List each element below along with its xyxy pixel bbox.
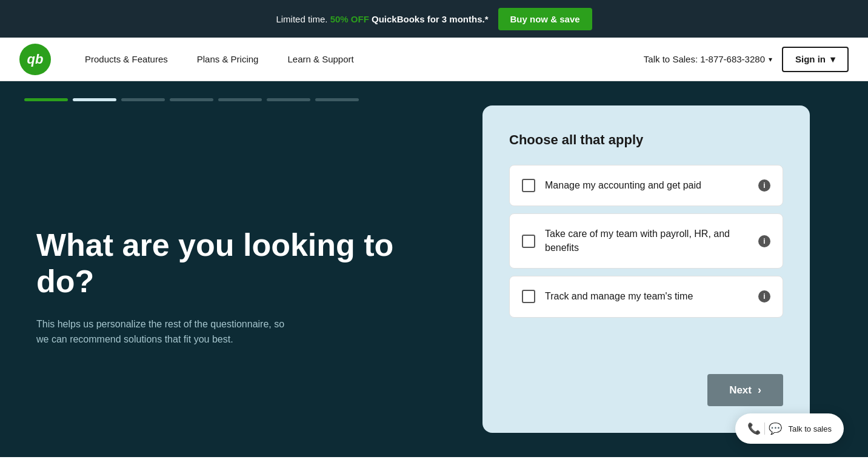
logo[interactable]: qb [19, 44, 51, 75]
main-heading: What are you looking to do? [36, 227, 412, 300]
banner-suffix: QuickBooks for 3 months.* [372, 14, 489, 24]
checkbox-2[interactable] [522, 235, 535, 248]
chat-icon: 💬 [769, 422, 782, 435]
talk-to-sales-float-label: Talk to sales [788, 424, 832, 433]
option-text-2: Take care of my team with payroll, HR, a… [545, 227, 749, 255]
phone-icon: 📞 [747, 422, 761, 435]
option-card-1[interactable]: Manage my accounting and get paid i [509, 165, 783, 206]
vertical-divider [764, 423, 765, 435]
talk-to-sales-float[interactable]: 📞 💬 Talk to sales [735, 413, 844, 444]
nav-links: Products & Features Plans & Pricing Lear… [70, 38, 644, 81]
buy-now-button[interactable]: Buy now & save [498, 8, 592, 30]
nav-learn-support[interactable]: Learn & Support [273, 38, 368, 81]
option-text-3: Track and manage my team's time [545, 290, 749, 303]
navbar: qb Products & Features Plans & Pricing L… [0, 38, 868, 81]
nav-products-features[interactable]: Products & Features [70, 38, 182, 81]
next-label: Next [729, 384, 752, 396]
talk-to-sales-label: Talk to Sales: 1-877-683-3280 [644, 54, 765, 64]
banner-text: Limited time. 50% OFF QuickBooks for 3 m… [276, 14, 488, 24]
checkbox-1[interactable] [522, 179, 535, 192]
right-panel: Choose all that apply Manage my accounti… [436, 81, 868, 457]
banner-prefix: Limited time. [276, 14, 327, 24]
sign-in-label: Sign in [795, 54, 826, 64]
info-icon-2[interactable]: i [758, 235, 770, 247]
sign-in-button[interactable]: Sign in ▾ [782, 47, 849, 72]
next-arrow-icon: › [758, 384, 761, 396]
left-panel: What are you looking to do? This helps u… [0, 81, 436, 457]
progress-segment-5 [218, 98, 262, 101]
nav-plans-pricing[interactable]: Plans & Pricing [182, 38, 273, 81]
talk-sales-icons: 📞 💬 [747, 422, 782, 435]
info-icon-1[interactable]: i [758, 179, 770, 192]
nav-right: Talk to Sales: 1-877-683-3280 ▾ Sign in … [644, 47, 849, 72]
quiz-footer: Next › [509, 362, 783, 406]
chevron-down-icon: ▾ [830, 54, 835, 65]
checkbox-3[interactable] [522, 290, 535, 303]
option-text-1: Manage my accounting and get paid [545, 179, 749, 192]
logo-text: qb [27, 52, 44, 67]
quiz-title: Choose all that apply [509, 132, 783, 148]
banner-highlight: 50% OFF [330, 14, 369, 24]
option-card-3[interactable]: Track and manage my team's time i [509, 276, 783, 317]
progress-bar [24, 98, 359, 101]
progress-segment-6 [267, 98, 310, 101]
progress-segment-4 [170, 98, 213, 101]
quiz-card: Choose all that apply Manage my accounti… [482, 105, 810, 433]
main-content: What are you looking to do? This helps u… [0, 81, 868, 457]
main-subtext: This helps us personalize the rest of th… [36, 317, 291, 347]
progress-segment-2 [73, 98, 116, 101]
chevron-down-icon: ▾ [769, 55, 772, 64]
talk-to-sales-link[interactable]: Talk to Sales: 1-877-683-3280 ▾ [644, 54, 772, 64]
next-button[interactable]: Next › [707, 374, 783, 406]
progress-segment-3 [121, 98, 165, 101]
info-icon-3[interactable]: i [758, 290, 770, 303]
progress-segment-1 [24, 98, 68, 101]
top-banner: Limited time. 50% OFF QuickBooks for 3 m… [0, 0, 868, 38]
progress-segment-7 [315, 98, 359, 101]
option-card-2[interactable]: Take care of my team with payroll, HR, a… [509, 213, 783, 269]
